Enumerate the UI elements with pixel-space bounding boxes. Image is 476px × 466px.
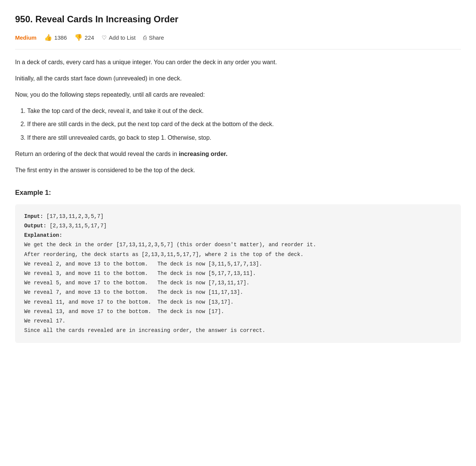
- problem-body: In a deck of cards, every card has a uni…: [15, 57, 461, 343]
- paragraph-5: The first entry in the answer is conside…: [15, 165, 461, 175]
- step-1: Take the top card of the deck, reveal it…: [27, 106, 461, 116]
- explanation-line-5: We reveal 7, and move 13 to the bottom. …: [24, 289, 243, 295]
- explanation-line-8: We reveal 17.: [24, 318, 65, 324]
- share-label: Share: [149, 33, 164, 42]
- downvote-count: 224: [85, 33, 94, 42]
- explanation-label: Explanation:: [24, 232, 62, 238]
- problem-name: Reveal Cards In Increasing Order: [35, 14, 178, 24]
- main-container: 950. Reveal Cards In Increasing Order Me…: [0, 0, 476, 361]
- explanation-line-4: We reveal 5, and move 17 to the bottom. …: [24, 280, 250, 286]
- share-button[interactable]: ⎙ Share: [143, 33, 164, 42]
- output-label: Output:: [24, 223, 46, 229]
- example1-code-block: Input: [17,13,11,2,3,5,7] Output: [2,13,…: [15, 204, 461, 343]
- input-label: Input:: [24, 213, 43, 219]
- explanation-line-1: After reordering, the deck starts as [2,…: [24, 252, 303, 258]
- share-icon: ⎙: [143, 33, 147, 42]
- explanation-line-0: We get the deck in the order [17,13,11,2…: [24, 242, 316, 248]
- problem-number: 950: [15, 14, 30, 24]
- upvote-count: 1386: [54, 33, 67, 42]
- thumbs-down-icon: 👎: [74, 32, 82, 43]
- meta-bar: Medium 👍 1386 👎 224 ♡ Add to List ⎙ Shar…: [15, 32, 461, 49]
- paragraph-1: In a deck of cards, every card has a uni…: [15, 57, 461, 67]
- problem-title: 950. Reveal Cards In Increasing Order: [15, 12, 461, 26]
- explanation-line-6: We reveal 11, and move 17 to the bottom.…: [24, 299, 234, 305]
- upvote-button[interactable]: 👍 1386: [44, 32, 67, 43]
- input-value: [17,13,11,2,3,5,7]: [46, 213, 104, 219]
- add-to-list-label: Add to List: [109, 33, 136, 42]
- example1-heading: Example 1:: [15, 187, 461, 198]
- paragraph-4: Return an ordering of the deck that woul…: [15, 149, 461, 159]
- heart-icon: ♡: [102, 33, 107, 42]
- downvote-button[interactable]: 👎 224: [74, 32, 94, 43]
- steps-list: Take the top card of the deck, reveal it…: [27, 106, 461, 143]
- explanation-line-2: We reveal 2, and move 13 to the bottom. …: [24, 261, 262, 267]
- add-to-list-button[interactable]: ♡ Add to List: [102, 33, 136, 42]
- paragraph-3: Now, you do the following steps repeated…: [15, 89, 461, 100]
- explanation-line-7: We reveal 13, and move 17 to the bottom.…: [24, 309, 224, 315]
- output-value: [2,13,3,11,5,17,7]: [49, 223, 107, 229]
- explanation-line-9: Since all the cards revealed are in incr…: [24, 327, 266, 333]
- difficulty-badge: Medium: [15, 33, 37, 42]
- step-2: If there are still cards in the deck, pu…: [27, 119, 461, 129]
- paragraph-2: Initially, all the cards start face down…: [15, 73, 461, 83]
- paragraph-4-prefix: Return an ordering of the deck that woul…: [15, 151, 179, 157]
- step-3: If there are still unrevealed cards, go …: [27, 133, 461, 143]
- paragraph-4-bold: increasing order.: [179, 151, 227, 157]
- explanation-line-3: We reveal 3, and move 11 to the bottom. …: [24, 270, 256, 276]
- thumbs-up-icon: 👍: [44, 32, 52, 43]
